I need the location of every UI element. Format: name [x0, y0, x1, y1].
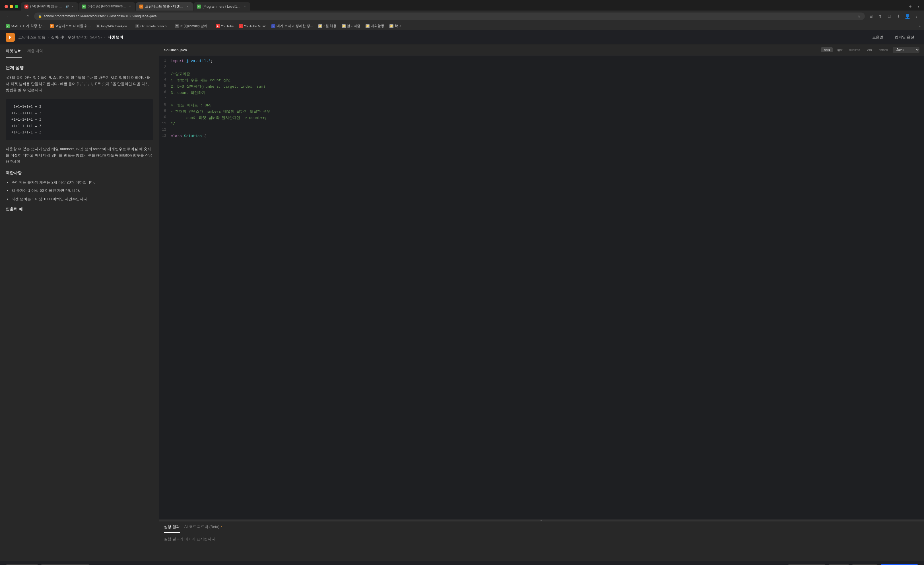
theme-emacs[interactable]: emacs: [876, 47, 891, 52]
theme-dark[interactable]: dark: [821, 47, 832, 52]
tab-run-result[interactable]: 실행 결과: [164, 522, 180, 533]
breadcrumb: 코딩테스트 연습 › 깊이/너비 우선 탐색(DFS/BFS) › 타겟 넘버: [18, 35, 123, 40]
bookmark-item-1[interactable]: P코딩테스트 대비를 위…: [48, 23, 93, 29]
download-icon[interactable]: ⬇: [894, 12, 902, 20]
constraints-title: 제한사항: [6, 171, 153, 175]
compile-options-button[interactable]: 컴파일 옵션: [891, 33, 918, 42]
problem-description: n개의 음이 아닌 정수들이 있습니다. 이 정수들을 순서를 바꾸지 않고 적…: [6, 75, 153, 93]
minimize-button[interactable]: [10, 5, 13, 8]
tab-close-tab4[interactable]: ×: [243, 4, 247, 9]
tab-title-tab4: [Programmers / Level1] 1290…: [202, 4, 241, 9]
bookmark-item-9[interactable]: 📁알고리즘: [339, 23, 363, 29]
language-select[interactable]: Java Python3 JavaScript: [893, 46, 920, 53]
bookmark-favicon-11: 📁: [390, 24, 393, 28]
forward-button[interactable]: ›: [14, 12, 22, 20]
example-line-1: -1+1+1+1+1 = 3: [11, 103, 148, 110]
bottom-bar: 질문하기 (82) 테스트 케이스 추가하기 다른 사람의 풀이 초기화 코드 …: [0, 561, 924, 565]
menu-icon[interactable]: ⋮: [913, 12, 921, 20]
browser-tab-tab1[interactable]: ▶(74) [Playlist] 많은 사람 속…🔊×: [21, 2, 78, 10]
theme-light[interactable]: light: [834, 47, 845, 52]
code-line-3: 3 /*알고리즘: [159, 71, 924, 78]
cast-icon[interactable]: □: [885, 12, 893, 20]
tab-close-tab2[interactable]: ×: [128, 4, 132, 9]
tab-ai-feedback[interactable]: AI 코드 피드백 (Beta) *: [184, 522, 222, 533]
bookmark-label-1: 코딩테스트 대비를 위…: [55, 24, 91, 28]
tab-overflow-button[interactable]: ▾: [915, 3, 922, 10]
bookmark-item-2[interactable]: Gtony9402/baekjoo…: [94, 24, 132, 29]
bookmark-label-2: tony9402/baekjoo…: [101, 24, 130, 28]
back-button[interactable]: ‹: [3, 12, 11, 20]
browser-tab-tab3[interactable]: P코딩테스트 연습 - 타겟 넘버 | 프…×: [136, 2, 193, 10]
bookmark-item-7[interactable]: N내가 보려고 정리한 정…: [269, 23, 315, 29]
bookmark-item-11[interactable]: 📁학교: [387, 23, 404, 29]
help-button[interactable]: 도움말: [868, 33, 887, 42]
output-tabs: 실행 결과 AI 코드 피드백 (Beta) *: [159, 522, 924, 533]
share-icon[interactable]: ⬆: [876, 12, 884, 20]
profile-icon[interactable]: 👤: [903, 12, 912, 20]
browser-tab-tab4[interactable]: V[Programmers / Level1] 1290…×: [194, 2, 250, 10]
bookmark-item-3[interactable]: GGit remote branch…: [133, 24, 172, 29]
bookmark-favicon-8: 📁: [318, 24, 322, 28]
bookmark-label-10: 대외활동: [370, 24, 384, 28]
editor-header: Solution.java dark light sublime vim ema…: [159, 44, 924, 55]
browser-tab-tab2[interactable]: V(작성중) [Programmers / Level…×: [78, 2, 135, 10]
toolbar-icons: ⊞ ⬆ □ ⬇ 👤 ⋮: [867, 12, 921, 20]
example-line-3: +1+1-1+1+1 = 3: [11, 116, 148, 123]
bookmark-label-4: 커밋(commit) 날짜…: [180, 24, 210, 28]
example-line-2: +1-1+1+1+1 = 3: [11, 110, 148, 117]
star-icon[interactable]: ☆: [857, 14, 861, 18]
bookmark-item-5[interactable]: ▶YouTube: [214, 24, 236, 29]
tab-problem[interactable]: 타겟 넘버: [6, 44, 22, 58]
tab-bar: ▶(74) [Playlist] 많은 사람 속…🔊×V(작성중) [Progr…: [0, 0, 924, 10]
bookmark-item-6[interactable]: ♪YouTube Music: [237, 24, 268, 29]
extensions-icon[interactable]: ⊞: [867, 12, 875, 20]
refresh-button[interactable]: ↻: [24, 12, 32, 20]
breadcrumb-item-2[interactable]: 깊이/너비 우선 탐색(DFS/BFS): [51, 35, 102, 40]
traffic-lights: [2, 5, 21, 8]
maximize-button[interactable]: [15, 5, 18, 8]
tab-submissions[interactable]: 제출 내역: [27, 44, 43, 58]
bookmark-label-5: YouTube: [221, 24, 234, 28]
breadcrumb-item-1[interactable]: 코딩테스트 연습: [18, 35, 45, 40]
bookmarks-more-button[interactable]: »: [919, 24, 921, 28]
tab-title-tab1: (74) [Playlist] 많은 사람 속…: [30, 4, 64, 9]
code-line-7: 7: [159, 96, 924, 103]
url-bar-icons: ☆: [857, 14, 861, 18]
tab-favicon-tab4: V: [197, 4, 201, 9]
bookmark-favicon-2: G: [96, 24, 100, 28]
bookmark-item-4[interactable]: V커밋(commit) 날짜…: [172, 23, 213, 29]
bookmark-favicon-6: ♪: [239, 24, 243, 28]
close-button[interactable]: [4, 5, 8, 8]
code-line-1: 1 import java.util.*;: [159, 59, 924, 65]
editor-filename: Solution.java: [164, 48, 187, 52]
new-tab-button[interactable]: +: [906, 3, 914, 10]
problem-section-title: 문제 설명: [6, 65, 153, 70]
code-line-8: 8 4. 별도 메서드 : DFS: [159, 103, 924, 109]
output-content: 실행 결과가 여기에 표시됩니다.: [159, 533, 924, 561]
bookmark-item-10[interactable]: 📁대외활동: [363, 23, 387, 29]
tab-close-tab1[interactable]: ×: [70, 4, 75, 9]
output-panel: 실행 결과 AI 코드 피드백 (Beta) * 실행 결과가 여기에 표시됩니…: [159, 521, 924, 561]
bookmark-item-8[interactable]: 📁5월 채용: [316, 23, 339, 29]
address-bar: ‹ › ↻ 🔒 school.programmers.co.kr/learn/c…: [0, 10, 924, 22]
bookmark-item-0[interactable]: VSSAFY 11기 최종 합…: [3, 23, 47, 29]
bookmark-label-7: 내가 보려고 정리한 정…: [276, 24, 313, 28]
editor-controls: dark light sublime vim emacs Java Python…: [821, 46, 920, 53]
constraint-3: 타겟 넘버는 1 이상 1000 이하인 자연수입니다.: [11, 196, 153, 202]
tab-close-tab3[interactable]: ×: [186, 4, 189, 9]
site-header: P 코딩테스트 연습 › 깊이/너비 우선 탐색(DFS/BFS) › 타겟 넘…: [0, 30, 924, 44]
code-editor[interactable]: 1 import java.util.*; 2 3 /*알고리즘 4 1. 방법…: [159, 55, 924, 520]
bookmark-favicon-0: V: [6, 24, 10, 28]
code-line-12: 12: [159, 128, 924, 134]
theme-sublime[interactable]: sublime: [847, 47, 863, 52]
constraints-list: 주어지는 숫자의 개수는 2개 이상 20개 이하입니다. 각 숫자는 1 이상…: [6, 179, 153, 202]
bookmark-favicon-9: 📁: [342, 24, 346, 28]
theme-buttons: dark light sublime vim emacs: [821, 47, 891, 52]
tab-title-tab2: (작성중) [Programmers / Level…: [88, 4, 126, 9]
url-bar[interactable]: 🔒 school.programmers.co.kr/learn/courses…: [34, 12, 865, 20]
tab-audio-icon-tab1: 🔊: [65, 5, 69, 8]
constraint-1: 주어지는 숫자의 개수는 2개 이상 20개 이하입니다.: [11, 179, 153, 186]
code-line-5: 5 2. DFS 실행하기(numbers, target, index, su…: [159, 84, 924, 90]
theme-vim[interactable]: vim: [864, 47, 874, 52]
problem-tabs: 타겟 넘버 제출 내역: [0, 44, 159, 58]
